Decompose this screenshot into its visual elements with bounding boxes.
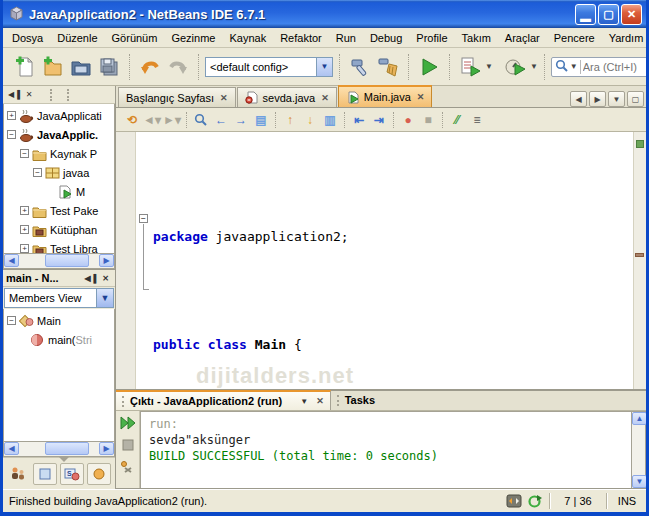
expand-icon[interactable]: +	[20, 206, 29, 215]
toggle-highlight-icon[interactable]: ▤	[251, 111, 271, 129]
maximize-editor-icon[interactable]: ▢	[627, 91, 644, 107]
splitter-grip-icon[interactable]	[59, 457, 69, 462]
menu-takim[interactable]: Takım	[455, 30, 498, 46]
next-bookmark-icon[interactable]: ▥	[320, 111, 340, 129]
expand-icon[interactable]: +	[20, 225, 29, 234]
close-tab-icon[interactable]: ✕	[417, 92, 425, 102]
stop-macro-recording-icon[interactable]: ■	[418, 111, 438, 129]
tree-node-main-java[interactable]: M	[4, 182, 114, 201]
profile-project-button[interactable]	[501, 53, 529, 81]
scroll-tabs-right-icon[interactable]: ▶	[589, 91, 606, 107]
menu-debug[interactable]: Debug	[363, 30, 409, 46]
scroll-thumb[interactable]	[45, 254, 89, 267]
menu-dosya[interactable]: Dosya	[5, 30, 50, 46]
tab-main-java[interactable]: Main.java ✕	[338, 85, 433, 107]
code-fold-collapse-icon[interactable]: −	[139, 214, 148, 223]
expand-icon[interactable]: +	[20, 244, 29, 253]
scroll-right-icon[interactable]: ▶	[99, 442, 114, 455]
title-bar[interactable]: JavaApplication2 - NetBeans IDE 6.7.1 ▬ …	[3, 0, 646, 28]
minimize-button[interactable]: ▬	[575, 4, 596, 25]
drag-handle[interactable]	[50, 89, 53, 101]
drag-handle[interactable]	[337, 395, 340, 406]
no-errors-indicator[interactable]	[636, 140, 644, 148]
navigator-node-class[interactable]: − Main	[4, 311, 114, 330]
collapse-icon[interactable]: −	[20, 149, 29, 158]
tree-node-test-libraries[interactable]: + Test Libra	[4, 239, 114, 254]
menu-yardim[interactable]: Yardım	[602, 30, 649, 46]
output-console[interactable]: run: sevda"aksünger BUILD SUCCESSFUL (to…	[140, 411, 631, 489]
close-button[interactable]: ✕	[621, 4, 642, 25]
navigator-hscrollbar[interactable]: ◀ ▶	[3, 442, 115, 457]
menu-kaynak[interactable]: Kaynak	[222, 30, 273, 46]
tab-output[interactable]: Çıktı - JavaApplication2 (run) ▼ ✕	[116, 390, 331, 410]
tree-node-project-2[interactable]: − JavaApplic.	[4, 125, 114, 144]
redo-button[interactable]	[164, 53, 192, 81]
output-dropdown-icon[interactable]: ▼	[300, 397, 308, 406]
collapse-icon[interactable]: −	[7, 130, 16, 139]
shift-left-icon[interactable]: ⇤	[349, 111, 369, 129]
stop-run-icon[interactable]	[118, 435, 138, 455]
output-vscrollbar[interactable]: ▲ ▼	[631, 411, 646, 489]
open-project-button[interactable]	[67, 53, 95, 81]
drag-handle[interactable]	[67, 89, 70, 101]
editor-gutter[interactable]	[116, 132, 136, 389]
combo-dropdown-icon[interactable]: ▼	[316, 58, 332, 76]
drag-handle[interactable]	[122, 396, 125, 407]
services-window-button[interactable]: S	[60, 463, 84, 485]
tree-node-project-1[interactable]: + JavaApplicati	[4, 106, 114, 125]
rerun-icon[interactable]	[118, 413, 138, 433]
tree-node-sources[interactable]: − Kaynak P	[4, 144, 114, 163]
next-occurrence-icon[interactable]: ↓	[300, 111, 320, 129]
find-next-icon[interactable]: →	[231, 111, 251, 129]
config-select[interactable]: <default config> ▼	[205, 57, 333, 77]
new-file-button[interactable]	[11, 53, 39, 81]
clean-build-button[interactable]	[374, 53, 402, 81]
debug-project-button[interactable]	[456, 53, 484, 81]
close-tab-icon[interactable]: ✕	[321, 93, 329, 103]
minimize-panel-icon[interactable]: ◀▐	[5, 90, 23, 99]
menu-duzenle[interactable]: Düzenle	[50, 30, 104, 46]
refresh-icon[interactable]	[525, 493, 543, 509]
toggle-comment-icon[interactable]: ⁄⁄	[447, 111, 467, 129]
build-project-button[interactable]	[346, 53, 374, 81]
scroll-up-icon[interactable]: ▲	[632, 412, 647, 425]
start-macro-recording-icon[interactable]: ●	[398, 111, 418, 129]
menu-araclar[interactable]: Araçlar	[498, 30, 547, 46]
output-settings-icon[interactable]	[118, 457, 138, 477]
navigator-node-main-method[interactable]: main(Stri	[4, 330, 114, 349]
profile-dropdown-icon[interactable]: ▼	[530, 62, 538, 71]
collapse-icon[interactable]: −	[33, 168, 42, 177]
scroll-thumb[interactable]	[45, 442, 89, 455]
tab-list-dropdown-icon[interactable]: ▼	[608, 91, 625, 107]
undo-button[interactable]	[136, 53, 164, 81]
collapse-icon[interactable]: −	[7, 316, 16, 325]
projects-hscrollbar[interactable]: ◀ ▶	[3, 254, 115, 269]
menu-refaktor[interactable]: Refaktor	[273, 30, 329, 46]
run-project-button[interactable]	[415, 53, 443, 81]
code-text[interactable]: − package javaapplication2; public class…	[137, 132, 632, 389]
close-tab-icon[interactable]: ✕	[220, 93, 228, 103]
tab-start-page[interactable]: Başlangıç Sayfası ✕	[118, 87, 236, 107]
format-code-icon[interactable]: ≡	[467, 111, 487, 129]
minimize-panel-icon[interactable]: ◀▐	[81, 274, 99, 283]
find-selection-icon[interactable]	[191, 111, 211, 129]
debug-dropdown-icon[interactable]: ▼	[485, 62, 493, 71]
close-panel-icon[interactable]: ✕	[99, 274, 112, 283]
scroll-tabs-left-icon[interactable]: ◀	[570, 91, 587, 107]
menu-profile[interactable]: Profile	[409, 30, 454, 46]
scroll-left-icon[interactable]: ◀	[4, 442, 19, 455]
new-project-button[interactable]	[39, 53, 67, 81]
save-all-button[interactable]	[95, 53, 123, 81]
close-output-icon[interactable]: ✕	[316, 396, 324, 406]
tree-node-package[interactable]: − javaa	[4, 163, 114, 182]
sync-indicator-icon[interactable]	[505, 493, 523, 509]
scroll-down-icon[interactable]: ▼	[632, 475, 647, 488]
expand-icon[interactable]: +	[7, 111, 16, 120]
code-editor[interactable]: − package javaapplication2; public class…	[116, 132, 646, 389]
tree-node-test-packages[interactable]: + Test Pake	[4, 201, 114, 220]
combo-dropdown-icon[interactable]: ▼	[96, 289, 113, 307]
error-stripe[interactable]	[633, 132, 646, 389]
search-input[interactable]	[583, 61, 645, 73]
navigator-view-select[interactable]: Members View ▼	[4, 288, 114, 308]
scroll-right-icon[interactable]: ▶	[99, 254, 114, 267]
